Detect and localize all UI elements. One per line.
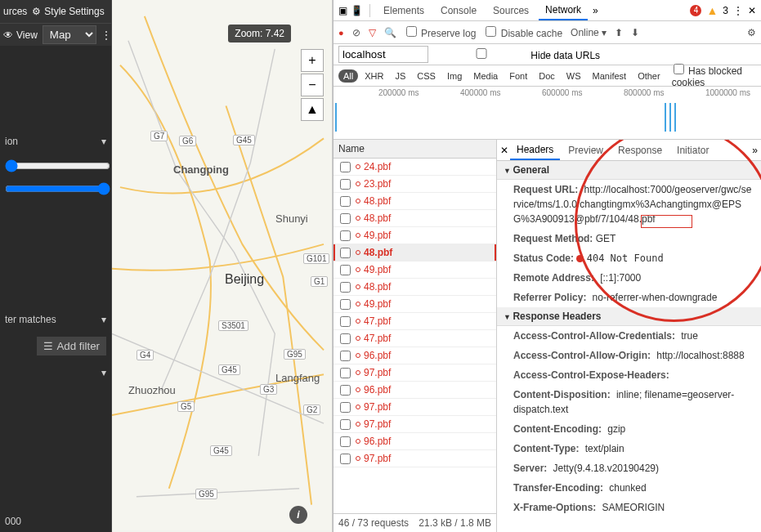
chip-img[interactable]: Img (442, 69, 467, 83)
preserve-log-checkbox[interactable]: Preserve log (405, 26, 477, 39)
error-dot-icon (356, 164, 360, 169)
tab-sources[interactable]: Sources (486, 2, 535, 20)
network-body: Name 24.pbf23.pbf48.pbf48.pbf49.pbf48.pb… (333, 140, 761, 532)
upload-icon[interactable]: ⬆ (615, 27, 623, 38)
close-detail-icon[interactable]: ✕ (500, 145, 508, 156)
filter-row: Hide data URLs (333, 44, 761, 65)
add-filter-button[interactable]: ☰ Add filter (37, 337, 106, 355)
chip-all[interactable]: All (338, 69, 358, 83)
view-select[interactable]: Map (43, 25, 96, 44)
request-name: 96.pbf (364, 384, 391, 396)
zoom-in-button[interactable]: + (301, 49, 324, 72)
chip-xhr[interactable]: XHR (360, 69, 388, 83)
error-dot-icon (356, 405, 360, 409)
filter-matches-dd[interactable]: ter matches▾ (5, 311, 106, 329)
slider-2[interactable]: 24 (5, 181, 106, 196)
filter-input[interactable] (338, 46, 428, 63)
road-label: G45 (233, 135, 255, 145)
timeline-overview[interactable]: 200000 ms 400000 ms 600000 ms 800000 ms … (333, 87, 761, 140)
request-row[interactable]: 96.pbf (333, 347, 496, 364)
clear-button[interactable]: ⊘ (352, 27, 360, 38)
error-dot-icon (356, 387, 360, 392)
compass-button[interactable]: ▲ (301, 98, 324, 121)
request-row[interactable]: 48.pbf (333, 193, 496, 210)
network-toolbar: ● ⊘ ▽ 🔍 Preserve log Disable cache Onlin… (333, 21, 761, 44)
label-changping: Changping (173, 163, 229, 176)
dtab-preview[interactable]: Preview (562, 141, 610, 159)
detail-body[interactable]: General Request URL: http://localhost:70… (497, 161, 761, 532)
dtab-headers[interactable]: Headers (510, 141, 560, 160)
response-headers-section[interactable]: Response Headers (497, 307, 761, 326)
request-row[interactable]: 49.pbf (333, 227, 496, 244)
label-beijing: Beijing (225, 272, 264, 287)
record-button[interactable]: ● (338, 28, 344, 38)
info-icon[interactable]: i (289, 506, 307, 524)
request-row[interactable]: 97.pbf (333, 416, 496, 433)
request-row[interactable]: 97.pbf (333, 399, 496, 416)
chip-css[interactable]: CSS (412, 69, 441, 83)
zoom-out-button[interactable]: − (301, 74, 324, 96)
hide-urls-checkbox[interactable]: Hide data URLs (435, 48, 600, 61)
unnamed-dd[interactable]: ▾ (5, 364, 106, 382)
app-left-panel: urces Style Settings 👁 View Map ion▾ 0 2… (0, 0, 112, 532)
inspect-icon[interactable]: ▣ (338, 5, 347, 16)
request-row[interactable]: 48.pbf (333, 244, 496, 262)
hdr-ac-cred: Access-Control-Allow-Credentials: true (497, 326, 761, 346)
request-name: 48.pbf (364, 212, 391, 224)
error-count-badge[interactable]: 4 (690, 5, 701, 16)
more-tabs-icon[interactable]: » (593, 5, 598, 16)
request-row[interactable]: 47.pbf (333, 330, 496, 347)
disable-cache-checkbox[interactable]: Disable cache (484, 26, 562, 39)
request-row[interactable]: 48.pbf (333, 210, 496, 227)
request-row[interactable]: 48.pbf (333, 279, 496, 296)
chip-other[interactable]: Other (633, 69, 665, 83)
filter-icon[interactable]: ▽ (369, 27, 376, 38)
kebab-icon[interactable] (101, 29, 111, 41)
warning-icon[interactable]: ▲ (706, 4, 718, 17)
tab-network[interactable]: Network (539, 1, 588, 20)
settings-icon[interactable] (747, 27, 756, 38)
chip-manifest[interactable]: Manifest (588, 69, 632, 83)
download-icon[interactable]: ⬇ (631, 27, 639, 38)
style-settings-menu[interactable]: Style Settings (32, 6, 104, 17)
label-langfang: Langfang (275, 372, 320, 384)
request-name: 49.pbf (364, 264, 391, 275)
dtab-initiator[interactable]: Initiator (670, 141, 715, 159)
label-shunyi: Shunyi (275, 212, 308, 225)
chip-js[interactable]: JS (390, 69, 410, 83)
request-row[interactable]: 49.pbf (333, 296, 496, 313)
chip-doc[interactable]: Doc (534, 69, 560, 83)
request-row[interactable]: 96.pbf (333, 382, 496, 399)
request-row[interactable]: 47.pbf (333, 313, 496, 330)
search-icon[interactable]: 🔍 (384, 27, 396, 38)
hdr-content-enc: Content-Encoding: gzip (497, 419, 761, 439)
chip-ws[interactable]: WS (562, 69, 586, 83)
devtools-menu-icon[interactable] (733, 5, 743, 16)
throttle-select[interactable]: Online ▾ (571, 27, 607, 38)
request-row[interactable]: 97.pbf (333, 364, 496, 382)
sources-menu[interactable]: urces (3, 6, 27, 17)
dtab-response[interactable]: Response (611, 141, 669, 159)
request-row[interactable]: 96.pbf (333, 433, 496, 450)
map-viewport[interactable]: Changping Shunyi Beijing Zhuozhou Langfa… (112, 0, 333, 532)
tab-console[interactable]: Console (434, 2, 483, 20)
more-detail-tabs-icon[interactable]: » (752, 145, 758, 156)
chip-font[interactable]: Font (504, 69, 532, 83)
road-label: G2 (303, 405, 320, 415)
chip-media[interactable]: Media (468, 69, 503, 83)
general-section[interactable]: General (497, 161, 761, 180)
tab-elements[interactable]: Elements (377, 2, 431, 20)
request-row[interactable]: 49.pbf (333, 262, 496, 279)
request-row[interactable]: 24.pbf (333, 159, 496, 176)
request-scroll[interactable]: 24.pbf23.pbf48.pbf48.pbf49.pbf48.pbf49.p… (333, 159, 496, 513)
request-method: Request Method: GET (497, 229, 761, 248)
blocked-cookies-checkbox[interactable]: Has blocked cookies (672, 64, 756, 88)
request-list-header[interactable]: Name (333, 140, 496, 159)
hdr-transfer-enc: Transfer-Encoding: chunked (497, 478, 761, 498)
request-row[interactable]: 97.pbf (333, 450, 496, 467)
device-icon[interactable]: 📱 (351, 5, 363, 16)
request-row[interactable]: 23.pbf (333, 176, 496, 193)
slider-1[interactable]: 0 (5, 159, 106, 173)
section-ion[interactable]: ion▾ (5, 132, 106, 150)
close-icon[interactable]: ✕ (748, 5, 756, 16)
